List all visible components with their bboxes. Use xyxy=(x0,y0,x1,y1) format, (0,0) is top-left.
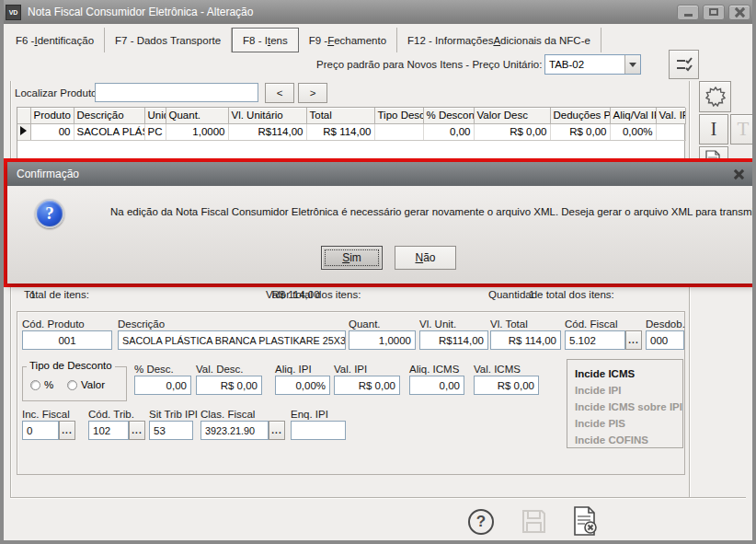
radio-icon xyxy=(67,380,77,390)
cell-deducoes[interactable]: R$ 0,00 xyxy=(550,123,610,140)
vl-total-field[interactable]: R$ 114,00 xyxy=(490,330,561,350)
left-panel-border xyxy=(10,81,12,497)
burst-button[interactable] xyxy=(699,81,731,112)
no-button[interactable]: Não xyxy=(395,246,456,270)
grid-header-vl-unitario[interactable]: Vl. Unitário xyxy=(228,108,306,123)
find-prev-button[interactable]: < xyxy=(265,83,294,103)
cell-valor-desc[interactable]: R$ 0,00 xyxy=(474,123,550,140)
cell-total[interactable]: R$ 114,00 xyxy=(306,123,374,140)
maximize-button[interactable] xyxy=(703,5,725,20)
tab-itens[interactable]: F8 - Itens xyxy=(232,28,299,52)
aliq-icms-field[interactable]: 0,00 xyxy=(409,376,464,395)
cell-aliq-val-ip[interactable]: 0,00% xyxy=(610,123,656,140)
inc-fiscal-field[interactable]: 0 xyxy=(22,421,59,440)
price-table-value: TAB-02 xyxy=(545,55,624,74)
desconto-pct-radio[interactable]: % xyxy=(30,379,53,390)
val-desc-label: Val. Desc. xyxy=(196,364,244,375)
sit-trib-ipi-field[interactable]: 53 xyxy=(149,421,193,440)
grid-header-unid[interactable]: Unid xyxy=(144,108,166,123)
desdob-field[interactable]: 000 xyxy=(646,330,684,350)
tab-dados-transporte[interactable]: F7 - Dados Transporte xyxy=(105,28,232,52)
save-button-disabled[interactable] xyxy=(521,508,547,538)
desconto-valor-radio-label: Valor xyxy=(81,379,105,390)
cell-produto[interactable]: 00 xyxy=(30,123,74,140)
item-info-button[interactable]: I xyxy=(699,114,728,145)
tab-informacoes-adicionais[interactable]: F12 - Informações Adicionais da NFC-e xyxy=(397,28,601,52)
val-icms-field[interactable]: R$ 0,00 xyxy=(474,376,539,395)
val-ipi-field[interactable]: R$ 0,00 xyxy=(334,376,400,395)
cod-produto-field[interactable]: 001 xyxy=(22,330,112,350)
aliq-ipi-field[interactable]: 0,00% xyxy=(275,376,330,395)
dialog-message: Na edição da Nota Fiscal Consumidor Elet… xyxy=(110,206,756,217)
clas-fiscal-field[interactable]: 3923.21.90 xyxy=(200,421,269,440)
window-title: Nota Fiscal Consumidor Eletrônica - Alte… xyxy=(28,6,673,18)
bottom-toolbar: ? xyxy=(4,498,752,544)
grid-header-selector xyxy=(17,108,30,123)
pct-desc-field[interactable]: 0,00 xyxy=(134,376,191,395)
inc-fiscal-browse-button[interactable]: ... xyxy=(59,421,75,440)
cod-fiscal-field[interactable]: 5.102 xyxy=(565,330,625,350)
tab-fechamento[interactable]: F9 - Fechamento xyxy=(299,28,397,52)
right-panel-border xyxy=(689,81,691,497)
item-totals-button[interactable]: T xyxy=(730,114,756,145)
incide-pis: Incide PIS xyxy=(575,415,675,432)
descricao-field[interactable]: SACOLA PLÁSTICA BRANCA PLASTIKARE 25X35 xyxy=(118,330,346,350)
grid-header-quant[interactable]: Quant. xyxy=(166,108,228,123)
letter-t-icon: T xyxy=(738,118,750,141)
grid-header-total[interactable]: Total xyxy=(306,108,374,123)
grid-data-row[interactable]: 00 SACOLA PLÁST. PC 1,0000 R$114,00 R$ 1… xyxy=(17,123,685,140)
help-button[interactable]: ? xyxy=(468,509,494,535)
cod-fiscal-browse-button[interactable]: ... xyxy=(625,330,642,350)
grid-header-descricao[interactable]: Descrição xyxy=(74,108,144,123)
app-icon: VD xyxy=(6,5,21,20)
val-desc-field[interactable]: R$ 0,00 xyxy=(196,376,262,395)
cancel-document-button[interactable] xyxy=(571,505,599,540)
confirmation-dialog: Confirmação ? Na edição da Nota Fiscal C… xyxy=(7,162,756,284)
checklist-button[interactable] xyxy=(669,50,699,79)
find-product-label: Localizar Produto xyxy=(15,87,97,98)
minimize-button[interactable] xyxy=(677,5,699,20)
find-product-input[interactable] xyxy=(95,83,258,102)
vl-unit-field[interactable]: R$114,00 xyxy=(419,330,488,350)
find-next-button[interactable]: > xyxy=(298,83,327,103)
desconto-valor-radio[interactable]: Valor xyxy=(67,379,105,390)
cod-fiscal-label: Cód. Fiscal xyxy=(565,318,618,330)
dialog-close-button[interactable] xyxy=(730,167,747,181)
cell-unid[interactable]: PC xyxy=(144,123,166,140)
quant-field[interactable]: 1,0000 xyxy=(349,330,416,350)
close-icon xyxy=(735,7,745,17)
grid-header-pct-desconto[interactable]: % Desconto xyxy=(423,108,474,123)
cell-descricao[interactable]: SACOLA PLÁST. xyxy=(74,123,144,140)
cod-trib-browse-button[interactable]: ... xyxy=(129,421,145,440)
grid-header-val-ip[interactable]: Val. IP xyxy=(656,108,685,123)
combo-drop-button[interactable] xyxy=(624,55,640,74)
grid-header-deducoes[interactable]: Deduções Pe xyxy=(550,108,610,123)
grid-header-aliq-val-ip[interactable]: Aliq/Val IP xyxy=(610,108,656,123)
close-button[interactable] xyxy=(728,5,750,20)
grid-header-tipo-desc[interactable]: Tipo Desc. xyxy=(374,108,423,123)
price-table-select[interactable]: TAB-02 xyxy=(544,54,641,75)
grid-header-valor-desc[interactable]: Valor Desc xyxy=(474,108,550,123)
cell-pct-desconto[interactable]: 0,00 xyxy=(423,123,474,140)
yes-button[interactable]: Sim xyxy=(321,246,383,270)
cell-val-ip[interactable] xyxy=(656,123,685,140)
letter-i-icon: I xyxy=(711,118,717,141)
inc-fiscal-label: Inc. Fiscal xyxy=(22,409,70,420)
cell-quant[interactable]: 1,0000 xyxy=(166,123,228,140)
total-value-value: R$ 114,00 xyxy=(271,289,319,300)
clas-fiscal-browse-button[interactable]: ... xyxy=(269,421,285,440)
cancel-document-icon xyxy=(571,505,599,537)
checklist-icon xyxy=(675,55,693,74)
cod-trib-field[interactable]: 102 xyxy=(88,421,129,440)
tab-identificacao[interactable]: F6 - Identificação xyxy=(6,28,105,52)
incide-ipi: Incide IPI xyxy=(575,382,675,399)
row-selector-icon xyxy=(20,126,27,135)
cell-tipo-desc[interactable] xyxy=(374,123,423,140)
burst-icon xyxy=(705,87,726,107)
tab-bar: F6 - Identificação F7 - Dados Transporte… xyxy=(6,28,601,52)
grid-header-produto[interactable]: Produto xyxy=(30,108,74,123)
cell-vl-unitario[interactable]: R$114,00 xyxy=(228,123,306,140)
desconto-pct-radio-label: % xyxy=(44,379,53,390)
enq-ipi-field[interactable] xyxy=(291,421,346,440)
incide-box: Incide ICMS Incide IPI Incide ICMS sobre… xyxy=(567,359,683,448)
